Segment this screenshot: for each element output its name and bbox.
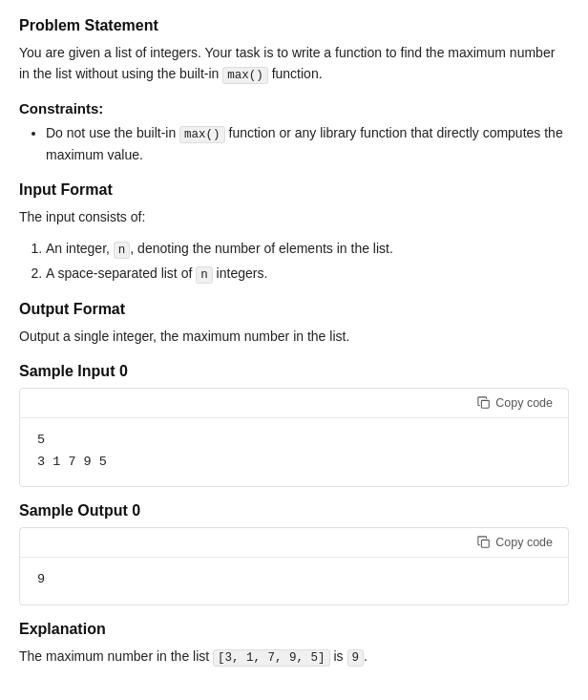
constraints-list: Do not use the built-in max() function o…	[19, 122, 569, 165]
explanation-title: Explanation	[19, 621, 569, 638]
sample-input-body: 5 3 1 7 9 5	[20, 418, 568, 487]
copy-icon	[477, 396, 491, 410]
problem-body-text2: function.	[268, 66, 323, 81]
sample-output-section: Sample Output 0 Copy code 9	[19, 502, 569, 605]
problem-statement-body: You are given a list of integers. Your t…	[19, 42, 569, 85]
output-format-body: Output a single integer, the maximum num…	[19, 326, 569, 347]
input-item-2-after: integers.	[213, 265, 268, 281]
input-format-list: An integer, n, denoting the number of el…	[19, 237, 569, 286]
svg-rect-0	[482, 400, 490, 408]
sample-input-section: Sample Input 0 Copy code 5 3 1 7 9 5	[19, 363, 569, 488]
explanation-body: The maximum number in the list [3, 1, 7,…	[19, 646, 569, 668]
constraints-section: Constraints: Do not use the built-in max…	[19, 100, 569, 165]
input-format-title: Input Format	[19, 181, 569, 199]
constraint-code: max()	[179, 126, 225, 143]
constraints-title: Constraints:	[19, 100, 569, 117]
input-item-1-after: , denoting the number of elements in the…	[130, 241, 393, 256]
problem-statement-title: Problem Statement	[19, 17, 569, 34]
svg-rect-1	[482, 541, 490, 548]
sample-input-code-block: Copy code 5 3 1 7 9 5	[19, 388, 569, 488]
sample-input-line-1: 5	[37, 430, 551, 452]
sample-output-title: Sample Output 0	[19, 502, 569, 520]
output-format-section: Output Format Output a single integer, t…	[19, 301, 569, 347]
sample-output-copy-button[interactable]: Copy code	[473, 534, 556, 551]
explanation-text-before: The maximum number in the list	[19, 648, 213, 664]
explanation-answer-code: 9	[347, 649, 365, 667]
explanation-list-code: [3, 1, 7, 9, 5]	[213, 649, 330, 667]
explanation-text-after: .	[364, 648, 368, 664]
sample-input-copy-label: Copy code	[495, 396, 553, 410]
sample-output-line-1: 9	[37, 569, 551, 591]
input-item-2-code: n	[196, 266, 213, 284]
sample-input-copy-button[interactable]: Copy code	[473, 394, 556, 412]
input-item-1-code: n	[114, 242, 131, 259]
constraint-item-1: Do not use the built-in max() function o…	[46, 122, 569, 165]
copy-icon-output	[477, 536, 491, 549]
explanation-section: Explanation The maximum number in the li…	[19, 621, 569, 668]
sample-output-code-block: Copy code 9	[19, 527, 569, 605]
problem-statement-section: Problem Statement You are given a list o…	[19, 17, 569, 85]
problem-max-code: max()	[222, 67, 268, 84]
sample-input-title: Sample Input 0	[19, 363, 569, 380]
constraint-text-before: Do not use the built-in	[46, 125, 179, 140]
sample-output-header: Copy code	[20, 528, 568, 558]
input-format-section: Input Format The input consists of: An i…	[19, 181, 569, 286]
sample-output-body: 9	[20, 558, 568, 605]
sample-input-header: Copy code	[20, 389, 568, 418]
input-item-1: An integer, n, denoting the number of el…	[46, 237, 569, 262]
sample-output-copy-label: Copy code	[495, 536, 553, 549]
input-format-intro: The input consists of:	[19, 206, 569, 227]
input-item-1-before: An integer,	[46, 241, 114, 256]
output-format-title: Output Format	[19, 301, 569, 318]
sample-input-line-2: 3 1 7 9 5	[37, 452, 551, 474]
input-item-2-before: A space-separated list of	[46, 265, 196, 281]
input-item-2: A space-separated list of n integers.	[46, 262, 569, 286]
explanation-text-middle: is	[330, 648, 347, 664]
